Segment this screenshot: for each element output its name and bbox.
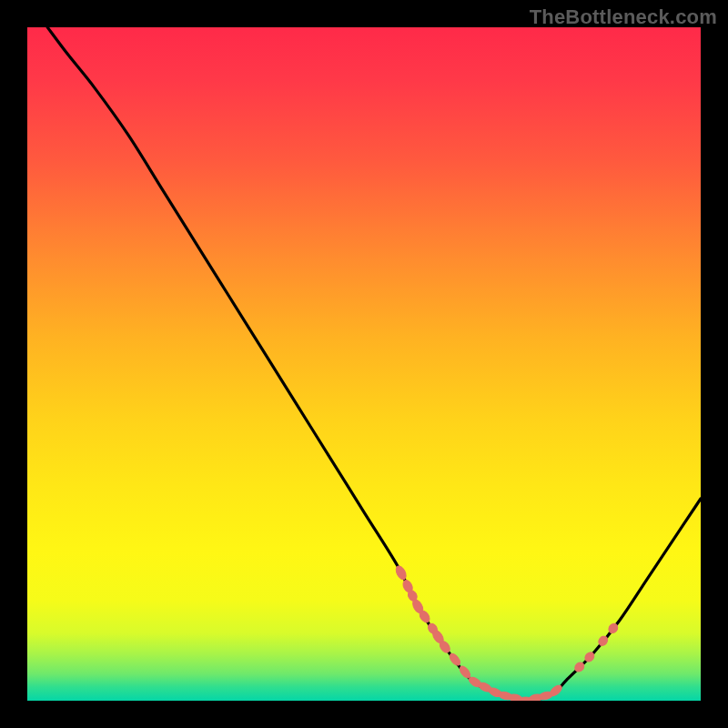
curve-bead: [394, 564, 408, 581]
bottleneck-curve-group: [47, 27, 701, 701]
chart-frame: TheBottleneck.com: [0, 0, 728, 728]
curve-beads: [394, 564, 620, 701]
curve-layer: [27, 27, 701, 701]
bottleneck-curve: [47, 27, 701, 701]
plot-area: [27, 27, 701, 701]
watermark-text: TheBottleneck.com: [530, 5, 717, 29]
